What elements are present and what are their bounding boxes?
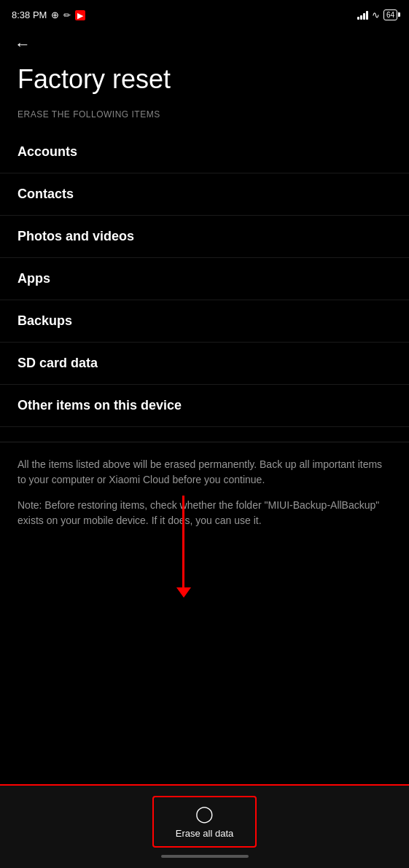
page-title: Factory reset — [0, 57, 409, 106]
list-item: Other items on this device — [0, 385, 409, 427]
youtube-icon — [75, 9, 85, 20]
status-right: ∿ 64 — [357, 9, 397, 20]
wifi-icon: ∿ — [372, 9, 380, 20]
list-item: Backups — [0, 300, 409, 343]
info-section: All the items listed above will be erase… — [0, 442, 409, 543]
list-item: Accounts — [0, 131, 409, 173]
annotation-arrow — [182, 496, 184, 590]
status-left: 8:38 PM — [12, 9, 85, 20]
erase-btn-label: Erase all data — [176, 828, 234, 839]
list-item: SD card data — [0, 343, 409, 385]
home-indicator — [161, 855, 249, 858]
edit-icon — [63, 9, 71, 20]
section-label: ERASE THE FOLLOWING ITEMS — [0, 106, 409, 131]
status-time: 8:38 PM — [12, 9, 47, 20]
list-item: Apps — [0, 258, 409, 300]
list-item: Photos and videos — [0, 216, 409, 258]
erase-items-list: Accounts Contacts Photos and videos Apps… — [0, 131, 409, 427]
back-button[interactable]: ← — [0, 26, 45, 57]
signal-icon — [357, 9, 368, 20]
list-item: Contacts — [0, 173, 409, 216]
warning-text: All the items listed above will be erase… — [17, 457, 392, 488]
gps-icon — [51, 9, 59, 20]
erase-all-data-button[interactable]: ◯ Erase all data — [152, 796, 257, 848]
note-text: Note: Before restoring items, check whet… — [17, 498, 392, 528]
bottom-bar: ◯ Erase all data — [0, 784, 409, 868]
status-bar: 8:38 PM ∿ 64 — [0, 0, 409, 26]
battery-icon: 64 — [383, 9, 397, 20]
erase-icon: ◯ — [195, 805, 214, 824]
